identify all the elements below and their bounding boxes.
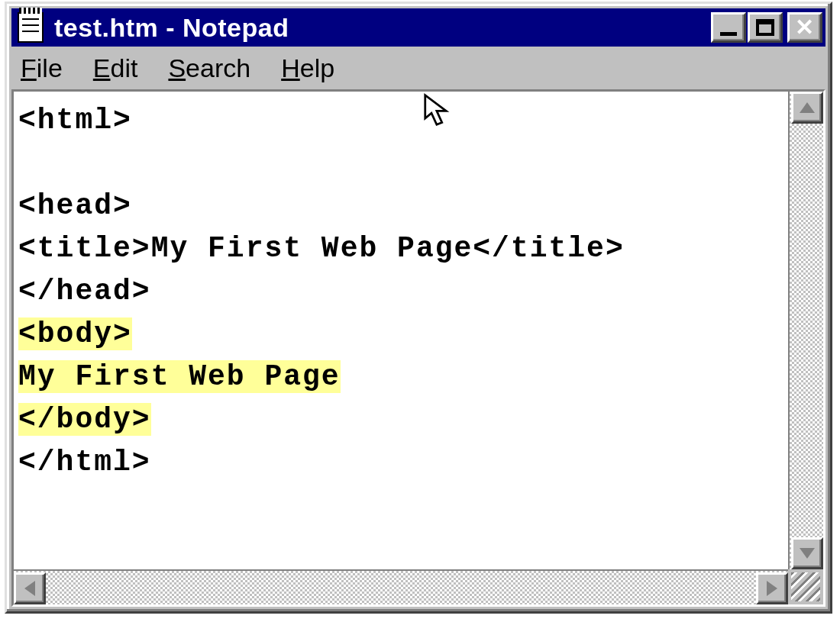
scroll-right-button[interactable] <box>756 572 788 604</box>
scroll-left-button[interactable] <box>14 572 46 604</box>
minimize-button[interactable] <box>711 12 746 43</box>
vertical-scrollbar[interactable] <box>788 92 823 569</box>
titlebar[interactable]: test.htm - Notepad ✕ <box>11 8 825 47</box>
close-icon: ✕ <box>795 16 815 39</box>
resize-grip[interactable] <box>788 569 823 604</box>
editor-line: <body> <box>18 313 783 356</box>
close-button[interactable]: ✕ <box>787 12 822 43</box>
arrow-right-icon <box>767 581 777 596</box>
desktop: test.htm - Notepad ✕ File Edit Search He… <box>0 0 840 622</box>
horizontal-scrollbar[interactable] <box>14 569 788 604</box>
menu-edit[interactable]: Edit <box>93 53 138 83</box>
editor-line: <title>My First Web Page</title> <box>18 227 783 270</box>
text-editor[interactable]: <html> <head><title>My First Web Page</t… <box>14 92 788 569</box>
editor-line: My First Web Page <box>18 356 783 398</box>
editor-line: </html> <box>18 441 783 484</box>
arrow-left-icon <box>24 581 35 596</box>
menu-help[interactable]: Help <box>281 53 334 83</box>
maximize-icon <box>756 19 774 36</box>
window-controls: ✕ <box>709 12 822 43</box>
maximize-button[interactable] <box>748 12 783 43</box>
arrow-up-icon <box>800 102 815 113</box>
window-title: test.htm - Notepad <box>54 13 709 43</box>
editor-line: </head> <box>18 270 783 313</box>
editor-line: <head> <box>18 185 783 227</box>
editor-line: </body> <box>18 398 783 441</box>
menu-file[interactable]: File <box>21 53 63 83</box>
menu-search[interactable]: Search <box>168 53 250 83</box>
client-area: <html> <head><title>My First Web Page</t… <box>11 89 825 607</box>
scroll-down-button[interactable] <box>791 537 823 569</box>
arrow-down-icon <box>800 548 815 559</box>
minimize-icon <box>720 32 737 36</box>
scroll-up-button[interactable] <box>791 92 823 124</box>
editor-line <box>18 142 783 185</box>
editor-line: <html> <box>18 99 783 142</box>
notepad-window: test.htm - Notepad ✕ File Edit Search He… <box>5 2 832 614</box>
notepad-icon[interactable] <box>18 12 44 43</box>
menubar: File Edit Search Help <box>11 47 825 89</box>
